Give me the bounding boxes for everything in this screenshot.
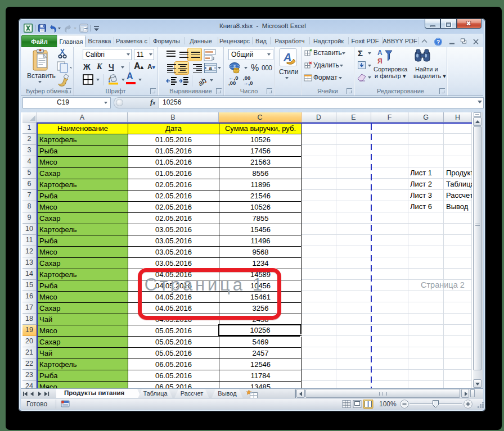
svg-text:Я: Я	[377, 57, 382, 65]
svg-text:?: ?	[436, 39, 440, 46]
svg-text:ab: ab	[196, 76, 208, 87]
svg-text:A: A	[283, 51, 291, 63]
svg-text:А: А	[377, 49, 382, 57]
